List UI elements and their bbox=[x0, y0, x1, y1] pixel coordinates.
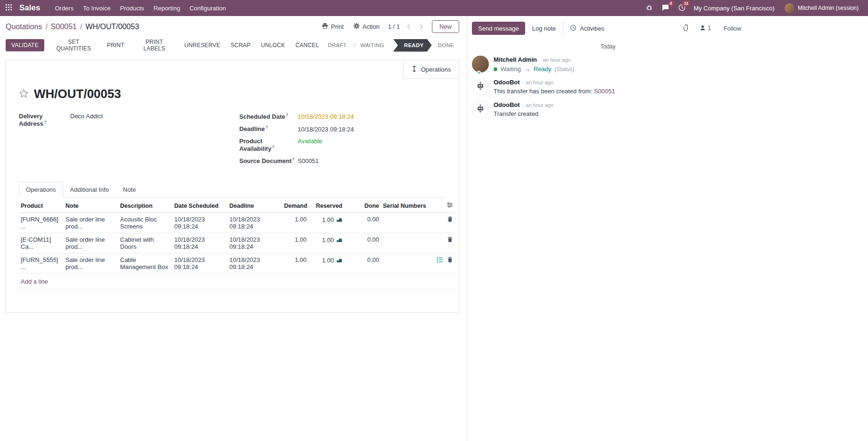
cell-demand[interactable]: 1.00 bbox=[282, 233, 308, 253]
cell-date-scheduled[interactable]: 10/18/2023 09:18:24 bbox=[172, 233, 227, 253]
tab-note[interactable]: Note bbox=[116, 182, 143, 197]
source-document-value[interactable]: S00051 bbox=[298, 157, 319, 164]
user-menu[interactable]: Mitchell Admin (session) bbox=[782, 3, 861, 14]
availability-label: Product Availability? bbox=[239, 138, 298, 152]
action-menu-button[interactable]: Action bbox=[352, 21, 381, 33]
add-a-line-link[interactable]: Add a line bbox=[21, 278, 48, 285]
cell-done[interactable]: 0.00 bbox=[344, 253, 381, 274]
log-note-button[interactable]: Log note bbox=[525, 20, 564, 37]
unreserve-button[interactable]: UNRESERVE bbox=[180, 40, 224, 51]
forecast-chart-icon[interactable] bbox=[336, 236, 342, 244]
cell-deadline[interactable]: 10/18/2023 09:18:24 bbox=[227, 233, 282, 253]
print-button[interactable]: Print bbox=[321, 21, 345, 33]
new-button[interactable]: New bbox=[432, 20, 459, 33]
source-document-link[interactable]: S00051 bbox=[594, 88, 615, 95]
menu-to-invoice[interactable]: To Invoice bbox=[79, 3, 115, 14]
breadcrumb-s00051[interactable]: S00051 bbox=[51, 23, 77, 31]
cell-reserved[interactable]: 1.00 bbox=[308, 213, 344, 233]
message-author[interactable]: Mitchell Admin bbox=[494, 56, 537, 63]
status-draft[interactable]: DRAFT bbox=[323, 42, 352, 48]
col-done[interactable]: Done bbox=[344, 197, 381, 213]
print-record-button[interactable]: PRINT bbox=[103, 40, 128, 51]
message-author[interactable]: OdooBot bbox=[494, 101, 520, 108]
forecast-chart-icon[interactable] bbox=[336, 216, 342, 223]
status-waiting[interactable]: WAITING bbox=[355, 42, 389, 48]
tracking-new-value: Ready bbox=[534, 65, 552, 73]
col-date-scheduled[interactable]: Date Scheduled bbox=[172, 197, 227, 213]
tab-operations[interactable]: Operations bbox=[19, 182, 63, 197]
optional-columns-button[interactable] bbox=[446, 202, 453, 210]
col-deadline[interactable]: Deadline bbox=[227, 197, 282, 213]
set-quantities-button[interactable]: SET QUANTITIES bbox=[47, 36, 100, 54]
attachments-button[interactable] bbox=[683, 24, 690, 33]
app-name[interactable]: Sales bbox=[19, 3, 40, 13]
forecast-chart-icon[interactable] bbox=[336, 256, 342, 264]
col-serial-numbers[interactable]: Serial Numbers bbox=[381, 197, 434, 213]
menu-products[interactable]: Products bbox=[116, 3, 148, 14]
cell-done[interactable]: 0.00 bbox=[344, 233, 381, 253]
col-note[interactable]: Note bbox=[64, 197, 118, 213]
col-reserved[interactable]: Reserved bbox=[308, 197, 344, 213]
avatar bbox=[472, 56, 489, 73]
cell-done[interactable]: 0.00 bbox=[344, 213, 381, 233]
cell-serial-numbers[interactable] bbox=[381, 213, 434, 233]
activities-button[interactable]: Activities bbox=[563, 20, 610, 37]
delete-row-button[interactable] bbox=[447, 216, 453, 224]
cell-description[interactable]: Acoustic Bloc Screens bbox=[118, 213, 172, 233]
pager-next-button[interactable] bbox=[416, 22, 424, 31]
cell-deadline[interactable]: 10/18/2023 09:18:24 bbox=[227, 213, 282, 233]
company-switcher[interactable]: My Company (San Francisco) bbox=[694, 5, 775, 12]
message-author[interactable]: OdooBot bbox=[494, 79, 520, 86]
menu-reporting[interactable]: Reporting bbox=[149, 3, 184, 14]
delete-row-button[interactable] bbox=[447, 256, 453, 264]
scrap-button[interactable]: SCRAP bbox=[227, 40, 254, 51]
status-ready[interactable]: READY bbox=[393, 39, 432, 52]
cell-note[interactable]: Sale order line prod... bbox=[64, 213, 118, 233]
cell-serial-numbers[interactable] bbox=[381, 233, 434, 253]
col-demand[interactable]: Demand bbox=[282, 197, 308, 213]
col-product[interactable]: Product bbox=[19, 197, 64, 213]
activities-systray-button[interactable]: 11 bbox=[677, 3, 687, 14]
send-message-button[interactable]: Send message bbox=[472, 22, 525, 35]
scheduled-date-value[interactable]: 10/18/2023 09:18:24 bbox=[298, 113, 354, 120]
debug-button[interactable] bbox=[645, 3, 654, 13]
tab-additional-info[interactable]: Additional Info bbox=[63, 182, 116, 197]
detailed-operations-button[interactable] bbox=[437, 257, 443, 264]
cell-note[interactable]: Sale order line prod... bbox=[64, 233, 118, 253]
cell-product[interactable]: [E-COM11] Ca... bbox=[19, 233, 64, 253]
cell-reserved[interactable]: 1.00 bbox=[308, 253, 344, 274]
cell-description[interactable]: Cabinet with Doors bbox=[118, 233, 172, 253]
menu-configuration[interactable]: Configuration bbox=[185, 3, 230, 14]
cell-demand[interactable]: 1.00 bbox=[282, 213, 308, 233]
delivery-address-value[interactable]: Deco Addict bbox=[70, 113, 103, 120]
print-labels-button[interactable]: PRINT LABELS bbox=[131, 36, 178, 54]
breadcrumb-quotations[interactable]: Quotations bbox=[6, 23, 42, 31]
cell-date-scheduled[interactable]: 10/18/2023 09:18:24 bbox=[172, 213, 227, 233]
status-done[interactable]: DONE bbox=[433, 42, 459, 48]
pager-previous-button[interactable] bbox=[406, 22, 414, 31]
cell-product[interactable]: [FURN_6666] ... bbox=[19, 213, 64, 233]
followers-button[interactable]: 1 bbox=[697, 24, 714, 33]
cell-demand[interactable]: 1.00 bbox=[282, 253, 308, 274]
apps-menu-button[interactable] bbox=[4, 2, 14, 14]
follow-button[interactable]: Follow bbox=[721, 24, 744, 33]
cell-reserved[interactable]: 1.00 bbox=[308, 233, 344, 253]
cell-date-scheduled[interactable]: 10/18/2023 09:18:24 bbox=[172, 253, 227, 274]
cell-deadline[interactable]: 10/18/2023 09:18:24 bbox=[227, 253, 282, 274]
cell-description[interactable]: Cable Management Box bbox=[118, 253, 172, 274]
cancel-button[interactable]: CANCEL bbox=[292, 40, 323, 51]
col-description[interactable]: Description bbox=[118, 197, 172, 213]
cell-note[interactable]: Sale order line prod... bbox=[64, 253, 118, 274]
menu-orders[interactable]: Orders bbox=[50, 3, 78, 14]
favorite-star-button[interactable] bbox=[19, 89, 29, 100]
unlock-button[interactable]: UNLOCK bbox=[257, 40, 289, 51]
messages-button[interactable]: 4 bbox=[661, 3, 670, 14]
operations-smart-button[interactable]: Operations bbox=[403, 60, 459, 79]
record-title[interactable]: WH/OUT/00053 bbox=[34, 87, 121, 101]
deadline-value[interactable]: 10/18/2023 09:18:24 bbox=[298, 126, 354, 133]
validate-button[interactable]: VALIDATE bbox=[6, 39, 44, 51]
content-row: Quotations / S00051 / WH/OUT/00053 Print bbox=[0, 16, 868, 441]
cell-serial-numbers[interactable] bbox=[381, 253, 434, 274]
delete-row-button[interactable] bbox=[447, 236, 453, 244]
cell-product[interactable]: [FURN_5555] ... bbox=[19, 253, 64, 274]
